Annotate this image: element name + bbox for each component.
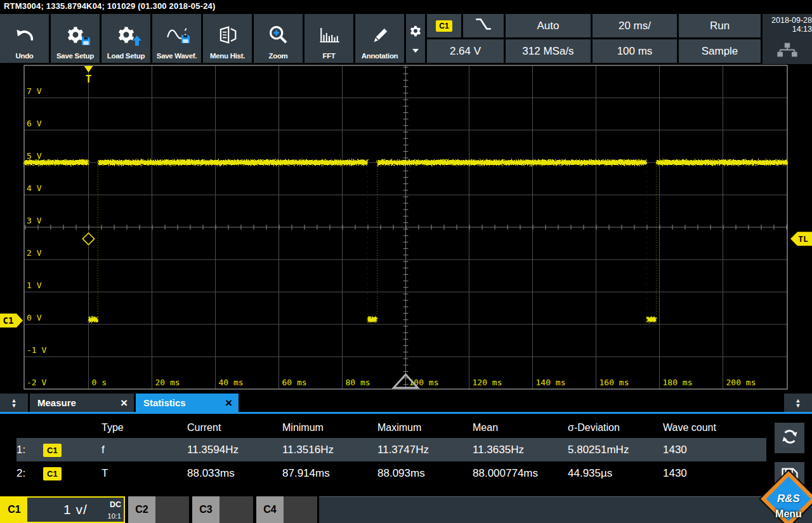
save-setup-icon xyxy=(66,25,85,47)
svg-text:TL: TL xyxy=(798,234,808,244)
meas-maximum: 11.3747Hz xyxy=(377,444,473,456)
gear-icon xyxy=(409,25,422,40)
tabbar-scroll-left-button[interactable]: ▲ ▼ xyxy=(0,394,28,412)
sample-rate-cell[interactable]: 312 MSa/s xyxy=(506,39,591,63)
svg-text:60 ms: 60 ms xyxy=(282,378,307,387)
waveform-display[interactable]: 7 V6 V5 V4 V3 V2 V1 V0 V-1 V-2 V0 s20 ms… xyxy=(0,64,812,394)
load-setup-button[interactable]: Load Setup xyxy=(102,14,150,63)
trigger-source-badge: C1 xyxy=(436,20,452,32)
col-minimum: Minimum xyxy=(282,422,377,434)
tab-statistics[interactable]: Statistics × xyxy=(136,394,239,412)
rs-logo: R&S xyxy=(777,493,800,505)
stats-row[interactable]: 1:C1f11.3594Hz11.3516Hz11.3747Hz11.3635H… xyxy=(16,438,766,461)
svg-text:T: T xyxy=(86,73,92,85)
meas-wave-count: 1430 xyxy=(663,467,766,480)
datetime-cell[interactable]: 2018-09-28 14:13 xyxy=(763,14,812,64)
trigger-slope-cell[interactable] xyxy=(463,14,504,37)
channel-badge: C1 xyxy=(43,467,62,480)
button-label: Zoom xyxy=(268,52,287,63)
channel-bar-filler xyxy=(319,496,812,523)
annotation-icon xyxy=(370,25,390,47)
trigger-level-value: 2.64 V xyxy=(450,45,481,58)
channel-c4-settings xyxy=(284,496,317,523)
tab-label: Measure xyxy=(37,397,76,408)
tabbar-scroll-right-button[interactable]: ▲ ▼ xyxy=(784,394,812,412)
meas-minimum: 87.914ms xyxy=(282,467,377,480)
svg-text:-1 V: -1 V xyxy=(27,345,46,355)
row-index: 2: xyxy=(16,467,43,480)
trigger-level-cell[interactable]: 2.64 V xyxy=(427,39,504,63)
stats-row[interactable]: 2:C1T88.033ms87.914ms88.093ms88.000774ms… xyxy=(16,461,766,485)
save-setup-button[interactable]: Save Setup xyxy=(51,14,100,63)
save-waveform-button[interactable]: Save Wavef. xyxy=(152,14,201,63)
menu-history-icon xyxy=(218,25,238,47)
meas-wave-count: 1430 xyxy=(663,444,766,456)
meas-current: 11.3594Hz xyxy=(187,444,282,456)
col-maximum: Maximum xyxy=(377,422,473,434)
trigger-mode-value: Auto xyxy=(537,20,560,32)
date-value: 2018-09-28 xyxy=(771,16,812,25)
close-icon[interactable]: × xyxy=(225,396,232,410)
svg-text:0 s: 0 s xyxy=(92,378,107,387)
button-label: Save Wavef. xyxy=(157,52,197,63)
button-label: FFT xyxy=(322,52,335,63)
channel-c3-button[interactable]: C3 xyxy=(192,496,253,523)
menu-history-button[interactable]: Menu Hist. xyxy=(203,14,252,63)
svg-text:200 ms: 200 ms xyxy=(726,378,756,387)
channel-c1-tag: C1 xyxy=(1,498,27,522)
channel-c1-button[interactable]: C1 1 v/ DC 10:1 xyxy=(0,496,125,523)
svg-text:180 ms: 180 ms xyxy=(663,378,693,387)
channel-c4-button[interactable]: C4 xyxy=(256,496,317,523)
meas-type: f xyxy=(102,444,187,456)
tabbar-filler xyxy=(240,394,782,412)
tab-label: Statistics xyxy=(143,397,186,408)
close-icon[interactable]: × xyxy=(121,396,128,410)
timebase-cell[interactable]: 20 ms/ xyxy=(593,14,677,37)
tab-measure[interactable]: Measure × xyxy=(30,394,134,412)
reset-statistics-button[interactable] xyxy=(775,423,804,453)
meas-type: T xyxy=(102,467,187,480)
trigger-mode-cell[interactable]: Auto xyxy=(506,14,591,37)
meas-sigma: 44.935µs xyxy=(568,467,663,480)
channel-c1-probe: 10:1 xyxy=(108,512,121,520)
col-sigma-deviation: σ-Deviation xyxy=(568,422,663,434)
button-label: Menu Hist. xyxy=(210,52,245,63)
undo-icon xyxy=(14,24,36,48)
channel-c2-button[interactable]: C2 xyxy=(128,496,189,523)
annotation-button[interactable]: Annotation xyxy=(355,14,404,63)
svg-text:0 V: 0 V xyxy=(27,313,42,322)
title-bar: RTM3004; 1335.8794K04; 101029 (01.300 20… xyxy=(0,0,812,13)
toolbar-settings-button[interactable] xyxy=(406,14,425,63)
toolbar: Undo Save Setup Load Setup Save Wavef. xyxy=(0,13,812,64)
run-state-cell[interactable]: Run xyxy=(679,14,761,37)
svg-text:160 ms: 160 ms xyxy=(599,378,629,387)
load-setup-icon xyxy=(117,25,136,47)
svg-text:6 V: 6 V xyxy=(27,119,42,128)
channel-c3-settings xyxy=(219,496,253,523)
timebase-value: 20 ms/ xyxy=(619,20,651,32)
trigger-source-cell[interactable]: C1 xyxy=(427,14,461,37)
result-tabbar: ▲ ▼ Measure × Statistics × ▲ ▼ xyxy=(0,394,812,414)
svg-text:140 ms: 140 ms xyxy=(536,378,566,387)
time-value: 14:13 xyxy=(792,25,812,34)
meas-sigma: 5.80251mHz xyxy=(568,444,663,456)
svg-text:4 V: 4 V xyxy=(27,183,42,193)
chevron-down-icon xyxy=(412,49,419,53)
undo-button[interactable]: Undo xyxy=(0,14,49,63)
col-type: Type xyxy=(102,422,187,434)
refresh-icon xyxy=(780,427,799,449)
channel-c1-settings: 1 v/ DC 10:1 xyxy=(27,498,124,522)
button-label: Annotation xyxy=(362,52,398,63)
channel-c3-tag: C3 xyxy=(192,496,219,523)
acquisition-mode-cell[interactable]: Sample xyxy=(679,39,761,63)
channel-c1-coupling: DC xyxy=(110,500,121,509)
fft-button[interactable]: FFT xyxy=(304,14,353,63)
save-waveform-icon xyxy=(166,27,188,45)
device-title: RTM3004; 1335.8794K04; 101029 (01.300 20… xyxy=(4,1,216,11)
record-length-cell[interactable]: 100 ms xyxy=(593,39,677,63)
oscilloscope-screen: RTM3004; 1335.8794K04; 101029 (01.300 20… xyxy=(0,0,812,523)
button-label: Undo xyxy=(15,52,33,63)
col-mean: Mean xyxy=(473,422,568,434)
svg-text:40 ms: 40 ms xyxy=(219,378,244,387)
zoom-button[interactable]: Zoom xyxy=(254,14,303,63)
